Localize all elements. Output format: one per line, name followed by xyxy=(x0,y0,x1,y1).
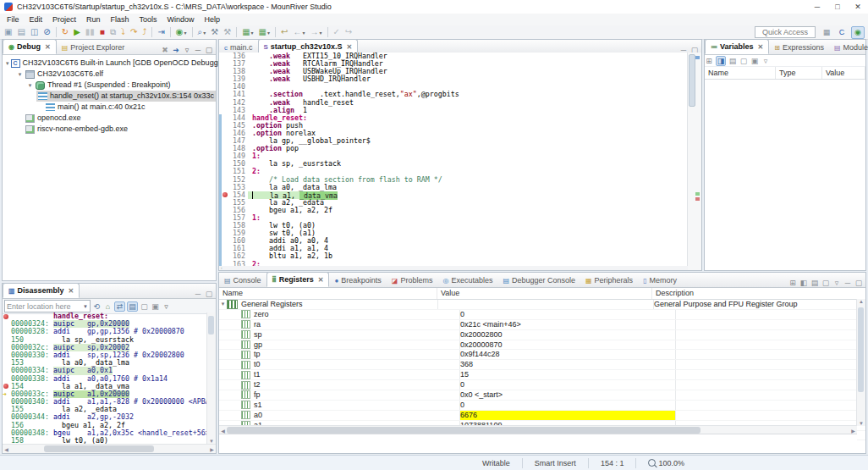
maximize-icon[interactable]: ▢ xyxy=(205,290,213,298)
breakpoint-gutter[interactable] xyxy=(222,245,229,252)
disassembly-gutter[interactable] xyxy=(3,413,11,421)
scroll-down-icon[interactable]: ▼ xyxy=(857,421,865,426)
code-line[interactable]: 162 bltu a1, a2, 1b xyxy=(219,252,688,260)
build-icon[interactable]: ⚒ xyxy=(209,27,220,38)
breakpoint-gutter[interactable] xyxy=(222,130,229,137)
disassembly-gutter[interactable] xyxy=(3,406,11,413)
registers-hscroll-thumb[interactable] xyxy=(227,427,700,434)
step-into-icon[interactable]: ⤵ xyxy=(119,27,127,38)
next-annotation-icon[interactable]: ✓ xyxy=(332,27,342,38)
breakpoint-gutter[interactable] xyxy=(222,252,229,260)
breakpoint-gutter[interactable] xyxy=(222,122,229,130)
location-combo[interactable]: Enter location here ▼ xyxy=(4,300,91,312)
connect-process-icon[interactable]: ➜ xyxy=(172,46,180,54)
pin-icon[interactable]: ▣ xyxy=(151,302,160,311)
register-row[interactable]: a06676 xyxy=(219,411,865,421)
debug-perspective-icon[interactable]: ◉ xyxy=(851,26,865,39)
code-line[interactable]: 150 la sp, _eusrstack xyxy=(219,160,688,168)
tree-expand-icon[interactable]: ▾ xyxy=(219,300,227,309)
register-row[interactable]: tp0x9f144c28 xyxy=(219,350,865,360)
breakpoint-gutter[interactable] xyxy=(222,91,229,98)
tab-console[interactable]: ▤Console xyxy=(219,274,266,287)
register-group-row[interactable]: ▾General RegistersGeneral Purpose and FP… xyxy=(219,300,865,310)
debug-tree-row[interactable]: openocd.exe xyxy=(3,113,216,124)
breakpoint-gutter[interactable] xyxy=(222,222,229,229)
scroll-right-icon[interactable]: ▶ xyxy=(849,428,857,434)
disassembly-gutter[interactable]: ➜ xyxy=(3,390,11,398)
breakpoint-gutter[interactable] xyxy=(222,60,229,68)
debug-tree-row[interactable]: riscv-none-embed-gdb.exe xyxy=(3,124,216,135)
breakpoint-gutter[interactable] xyxy=(222,107,229,114)
menu-flash[interactable]: Flash xyxy=(106,14,135,25)
breakpoint-gutter[interactable] xyxy=(222,75,229,83)
minimize-window-button[interactable]: ─ xyxy=(807,1,827,14)
code-line[interactable]: 156 bgeu a1, a2, 2f xyxy=(219,207,688,214)
close-icon[interactable]: ✕ xyxy=(45,43,51,51)
maximize-icon[interactable]: ▢ xyxy=(205,46,213,54)
home-icon[interactable]: ⌂ xyxy=(103,302,113,311)
breakpoint-gutter[interactable] xyxy=(222,176,229,184)
tree-item-content[interactable]: openocd.exe xyxy=(24,113,83,124)
menu-help[interactable]: Help xyxy=(200,14,226,25)
show-source-icon[interactable]: ▤ xyxy=(127,301,138,312)
layout-icon[interactable]: ◧ xyxy=(799,279,808,287)
register-row[interactable]: fp0x0 <_start> xyxy=(219,390,865,401)
disassembly-gutter[interactable] xyxy=(3,422,11,429)
disassembly-gutter[interactable] xyxy=(3,429,11,437)
variables-col-name[interactable]: Name xyxy=(705,67,776,79)
disassembly-vscroll-thumb[interactable] xyxy=(208,316,214,335)
step-over-icon[interactable]: ↷ xyxy=(129,27,139,38)
terminate-icon[interactable]: ■ xyxy=(98,27,107,38)
view-menu-icon[interactable]: ▿ xyxy=(162,302,171,311)
collapse-all-icon[interactable]: ▤ xyxy=(728,57,737,65)
tree-item-content[interactable]: CCH32V103C6T6 Built-in Launch [GDB OpenO… xyxy=(9,58,233,69)
disassembly-gutter[interactable] xyxy=(3,398,11,406)
tree-item-content[interactable]: CH32V103C6T6.elf xyxy=(24,69,105,80)
disassembly-gutter[interactable] xyxy=(3,328,11,335)
overview-mark-breakpoint[interactable] xyxy=(695,197,700,201)
view-menu-icon[interactable]: ▿ xyxy=(183,46,191,54)
scroll-right-icon[interactable]: ▶ xyxy=(208,446,216,452)
debug-tree-row[interactable]: main() at main.c:40 0x21c xyxy=(3,102,216,113)
breakpoint-gutter[interactable] xyxy=(222,114,229,122)
remove-all-terminated-icon[interactable]: ✖ xyxy=(161,46,169,54)
breakpoint-gutter[interactable] xyxy=(222,137,229,145)
cpp-perspective-icon[interactable]: C xyxy=(836,27,848,38)
register-row[interactable]: s10 xyxy=(219,401,865,411)
tree-item-content[interactable]: main() at main.c:40 0x21c xyxy=(44,102,147,113)
disassembly-gutter[interactable] xyxy=(3,351,11,359)
new-wizard-icon[interactable]: ▣ xyxy=(3,27,14,38)
editor-vscrollbar-thumb[interactable] xyxy=(689,54,695,107)
disassembly-hscrollbar[interactable]: ◀ ▶ xyxy=(3,444,216,453)
quick-access-box[interactable]: Quick Access xyxy=(755,26,816,38)
editor-hscrollbar[interactable]: ‹ xyxy=(219,266,688,270)
disassembly-gutter[interactable] xyxy=(3,375,11,383)
breakpoint-gutter[interactable] xyxy=(222,229,229,237)
breakpoint-gutter[interactable] xyxy=(222,152,229,160)
scroll-up-icon[interactable]: ▲ xyxy=(857,299,865,304)
sync-context-icon[interactable]: ⇄ xyxy=(114,301,125,312)
register-row[interactable]: t20 xyxy=(219,380,865,390)
prev-annotation-icon[interactable]: ↪ xyxy=(343,27,354,38)
view-menu-icon[interactable]: ▿ xyxy=(832,279,841,287)
resume-icon[interactable]: ▶ xyxy=(72,27,82,38)
disassembly-gutter[interactable] xyxy=(3,383,11,390)
menu-run[interactable]: Run xyxy=(81,14,106,25)
breakpoint-gutter[interactable] xyxy=(222,237,229,245)
debug-tree-row[interactable]: ▾CCH32V103C6T6 Built-in Launch [GDB Open… xyxy=(3,58,216,69)
close-icon[interactable]: ✕ xyxy=(318,276,324,284)
new-view-icon[interactable]: ▢ xyxy=(739,57,748,65)
register-row[interactable]: sp0x20002800 xyxy=(219,330,865,340)
tree-item-content[interactable]: handle_reset() at startup_ch32v10x.S:154… xyxy=(36,91,216,102)
forward-icon[interactable]: →▾ xyxy=(308,27,323,38)
build-all-icon[interactable]: ⚒ xyxy=(222,27,233,38)
menu-window[interactable]: Window xyxy=(162,14,200,25)
minimize-icon[interactable]: ─ xyxy=(194,46,202,54)
disassembly-gutter[interactable] xyxy=(3,359,11,367)
suspend-icon[interactable]: ▮▮ xyxy=(84,27,96,38)
chevron-down-icon[interactable]: ▾ xyxy=(184,30,187,36)
breakpoint-gutter[interactable] xyxy=(222,199,229,207)
disassembly-gutter[interactable] xyxy=(3,367,11,374)
menu-project[interactable]: Project xyxy=(47,14,81,25)
variables-col-value[interactable]: Value xyxy=(822,67,865,79)
